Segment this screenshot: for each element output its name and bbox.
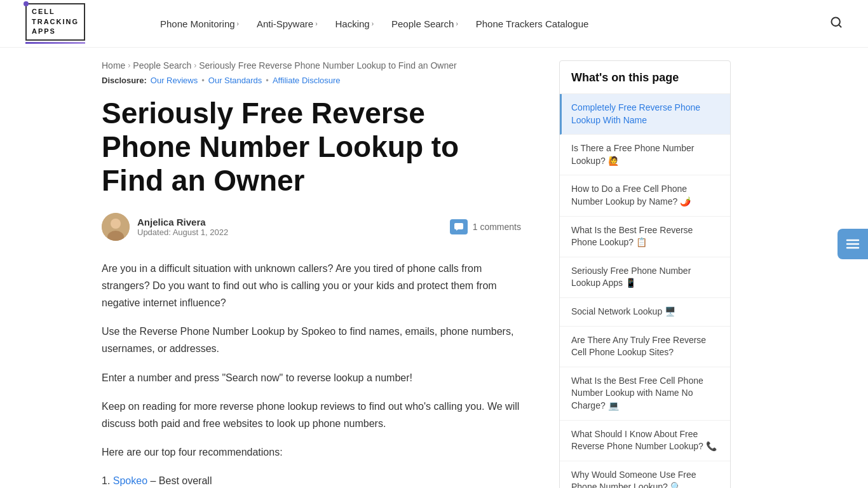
article-para-3: Enter a number and press "Search now" to… xyxy=(102,369,521,386)
toc-item-0-link[interactable]: Completely Free Reverse Phone Lookup Wit… xyxy=(571,102,700,125)
author-row: Anjelica Rivera Updated: August 1, 2022 … xyxy=(102,213,521,241)
nav-hacking[interactable]: Hacking › xyxy=(327,13,381,34)
toc-item-8-link[interactable]: What Should I Know About Free Reverse Ph… xyxy=(571,429,717,452)
comment-count-label: 1 comments xyxy=(473,222,521,232)
toc-item-6-link[interactable]: Are There Any Truly Free Reverse Cell Ph… xyxy=(571,335,706,358)
svg-point-3 xyxy=(111,219,121,229)
article-para-2: Use the Reverse Phone Number Lookup by S… xyxy=(102,323,521,357)
chevron-icon: › xyxy=(372,20,374,27)
article-para-5: Here are our top four recommendations: xyxy=(102,444,521,461)
toc-item-6[interactable]: Are There Any Truly Free Reverse Cell Ph… xyxy=(560,327,730,367)
chevron-icon: › xyxy=(315,20,317,27)
breadcrumb-home[interactable]: Home xyxy=(102,60,125,71)
main-nav: Phone Monitoring › Anti-Spyware › Hackin… xyxy=(153,13,830,34)
breadcrumb-current: Seriously Free Reverse Phone Number Look… xyxy=(199,60,456,71)
list-item-1-prefix: 1. xyxy=(102,475,110,486)
toc-item-4[interactable]: Seriously Free Phone Number Lookup Apps … xyxy=(560,257,730,298)
disclosure-our-reviews[interactable]: Our Reviews xyxy=(151,76,198,85)
search-icon[interactable] xyxy=(830,16,843,32)
toc-item-9-link[interactable]: Why Would Someone Use Free Phone Number … xyxy=(571,470,696,488)
breadcrumb-people-search[interactable]: People Search xyxy=(133,60,191,71)
author-info: Anjelica Rivera Updated: August 1, 2022 xyxy=(102,213,228,241)
toc-item-4-link[interactable]: Seriously Free Phone Number Lookup Apps … xyxy=(571,266,691,288)
sidebar: What's on this page Completely Free Reve… xyxy=(546,48,743,488)
toc-item-7-link[interactable]: What Is the Best Free Cell Phone Number … xyxy=(571,376,703,410)
list-item-1: 1. Spokeo – Best overall xyxy=(102,472,521,488)
toc-item-5[interactable]: Social Network Lookup 🖥️ xyxy=(560,298,730,327)
nav-anti-spyware[interactable]: Anti-Spyware › xyxy=(249,13,325,34)
main-content: Home › People Search › Seriously Free Re… xyxy=(0,48,546,488)
svg-marker-6 xyxy=(456,229,458,231)
toc-item-7[interactable]: What Is the Best Free Cell Phone Number … xyxy=(560,367,730,421)
breadcrumb-sep: › xyxy=(128,61,130,70)
article-para-4: Keep on reading for more reverse phone l… xyxy=(102,398,521,432)
toc-item-2-link[interactable]: How to Do a Free Cell Phone Number Looku… xyxy=(571,184,691,207)
article-para-1: Are you in a difficult situation with un… xyxy=(102,260,521,312)
author-details: Anjelica Rivera Updated: August 1, 2022 xyxy=(137,217,228,237)
disclosure-dot: • xyxy=(201,76,205,85)
breadcrumb: Home › People Search › Seriously Free Re… xyxy=(102,60,521,71)
toc-item-3-link[interactable]: What Is the Best Free Reverse Phone Look… xyxy=(571,225,693,248)
disclosure-dot: • xyxy=(266,76,269,85)
toc-item-0[interactable]: Completely Free Reverse Phone Lookup Wit… xyxy=(560,94,730,135)
chevron-icon: › xyxy=(237,20,239,27)
disclosure-our-standards[interactable]: Our Standards xyxy=(208,76,262,85)
toc-item-8[interactable]: What Should I Know About Free Reverse Ph… xyxy=(560,421,730,461)
nav-phone-trackers[interactable]: Phone Trackers Catalogue xyxy=(468,13,597,34)
spokeo-link[interactable]: Spokeo xyxy=(113,475,147,486)
nav-people-search[interactable]: People Search › xyxy=(384,13,466,34)
float-toc-button[interactable] xyxy=(837,229,868,259)
author-date: Updated: August 1, 2022 xyxy=(137,227,228,237)
author-name: Anjelica Rivera xyxy=(137,217,228,227)
list-item-1-suffix: – Best overall xyxy=(151,475,212,486)
article-title: Seriously Free Reverse Phone Number Look… xyxy=(102,97,521,198)
disclosure-label: Disclosure: xyxy=(102,76,147,85)
svg-rect-5 xyxy=(454,223,463,229)
page-wrapper: Home › People Search › Seriously Free Re… xyxy=(0,48,868,488)
article-body: Are you in a difficult situation with un… xyxy=(102,260,521,488)
toc-item-1[interactable]: Is There a Free Phone Number Lookup? 🙋 xyxy=(560,135,730,175)
breadcrumb-sep: › xyxy=(194,61,196,70)
chevron-icon: › xyxy=(456,20,458,27)
disclosure-bar: Disclosure: Our Reviews • Our Standards … xyxy=(102,76,521,85)
toc-item-3[interactable]: What Is the Best Free Reverse Phone Look… xyxy=(560,217,730,257)
toc-item-5-link[interactable]: Social Network Lookup 🖥️ xyxy=(571,306,675,316)
disclosure-affiliate[interactable]: Affiliate Disclosure xyxy=(273,76,341,85)
toc-box: What's on this page Completely Free Reve… xyxy=(559,60,731,488)
avatar xyxy=(102,213,130,241)
logo-text: CELLTRACKINGAPPS xyxy=(32,7,79,36)
site-header: CELLTRACKINGAPPS Phone Monitoring › Anti… xyxy=(0,0,868,48)
svg-line-1 xyxy=(839,24,841,27)
nav-phone-monitoring[interactable]: Phone Monitoring › xyxy=(153,13,247,34)
toc-title: What's on this page xyxy=(560,61,730,94)
toc-item-2[interactable]: How to Do a Free Cell Phone Number Looku… xyxy=(560,175,730,216)
comment-count[interactable]: 1 comments xyxy=(450,219,521,234)
comment-icon xyxy=(450,219,468,234)
toc-item-9[interactable]: Why Would Someone Use Free Phone Number … xyxy=(560,461,730,488)
logo[interactable]: CELLTRACKINGAPPS xyxy=(25,3,127,43)
toc-item-1-link[interactable]: Is There a Free Phone Number Lookup? 🙋 xyxy=(571,143,695,166)
